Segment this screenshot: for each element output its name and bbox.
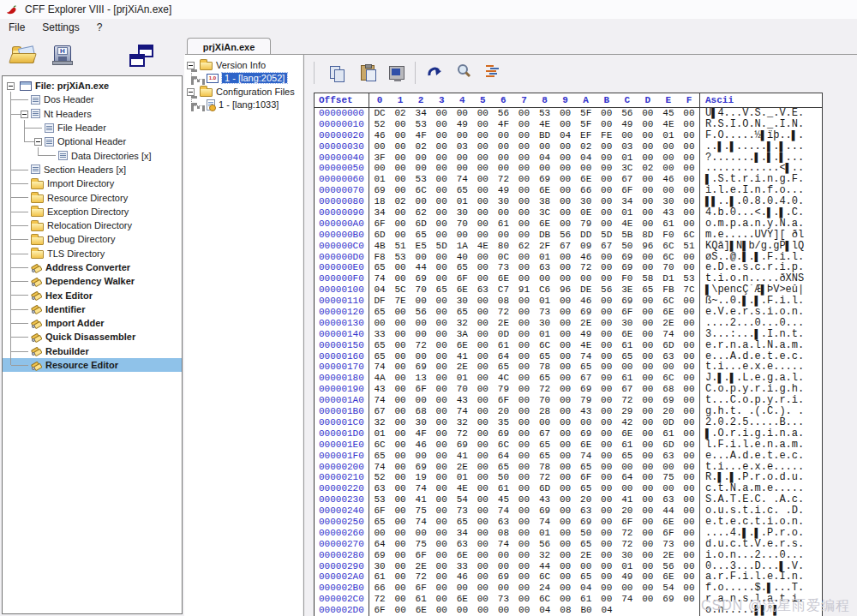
hex-byte[interactable]: 00 <box>596 329 617 340</box>
hex-byte[interactable]: 63 <box>452 539 472 550</box>
hex-ascii[interactable]: i.o.n...2...0... <box>700 550 822 561</box>
hex-byte[interactable]: 00 <box>638 462 658 473</box>
hex-byte[interactable]: 00 <box>390 318 411 329</box>
hex-byte[interactable]: 00 <box>555 539 576 550</box>
hex-byte[interactable]: 74 <box>369 273 390 284</box>
hex-byte[interactable]: 00 <box>390 417 411 428</box>
hex-byte[interactable]: 46 <box>576 296 596 307</box>
hex-byte[interactable]: 00 <box>638 505 658 517</box>
hex-byte[interactable]: 03 <box>452 141 472 153</box>
hex-byte[interactable]: 79 <box>576 395 596 406</box>
hex-byte[interactable]: 00 <box>638 351 658 362</box>
hex-byte[interactable]: 01 <box>535 296 555 307</box>
hex-byte[interactable]: 00 <box>472 395 493 406</box>
hex-byte[interactable]: 00 <box>679 494 699 505</box>
hex-byte[interactable]: 74 <box>576 451 596 462</box>
hex-byte[interactable]: FB <box>658 284 679 296</box>
hex-byte[interactable]: 00 <box>431 494 452 505</box>
hex-byte[interactable]: 00 <box>555 494 576 505</box>
hex-byte[interactable]: 51 <box>390 241 411 252</box>
hex-byte[interactable]: 01 <box>535 252 555 263</box>
hex-byte[interactable]: 00 <box>638 528 658 539</box>
hex-byte[interactable]: 5D <box>596 230 617 241</box>
hex-byte[interactable]: 00 <box>596 395 617 406</box>
hex-byte[interactable]: 91 <box>513 284 534 296</box>
hex-byte[interactable]: 00 <box>679 318 699 329</box>
hex-byte[interactable]: 96 <box>638 241 658 252</box>
hex-byte[interactable]: 01 <box>452 373 472 384</box>
hex-byte[interactable]: 00 <box>390 550 411 561</box>
hex-byte[interactable]: 74 <box>369 395 390 406</box>
hex-byte[interactable]: 54 <box>658 583 679 594</box>
hex-byte[interactable]: 6E <box>658 307 679 318</box>
hex-byte[interactable]: 00 <box>472 483 493 494</box>
hex-byte[interactable]: 00 <box>431 273 452 284</box>
hex-byte[interactable]: 62 <box>513 241 534 252</box>
hex-byte[interactable]: 00 <box>596 494 617 505</box>
hex-byte[interactable]: 69 <box>576 384 596 395</box>
hex-byte[interactable]: 00 <box>472 550 493 561</box>
hex-byte[interactable]: 00 <box>472 528 493 539</box>
hex-byte[interactable]: 00 <box>472 406 493 417</box>
sidebar-item-tls-directory[interactable]: TLS Directory <box>3 247 182 260</box>
hex-byte[interactable]: 04 <box>555 130 576 141</box>
hex-byte[interactable]: 00 <box>638 329 658 340</box>
hex-byte[interactable]: 6E <box>493 273 513 284</box>
hex-byte[interactable]: 00 <box>472 494 493 505</box>
hex-byte[interactable]: 30 <box>493 196 513 207</box>
sidebar-item-resource-editor[interactable]: Resource Editor <box>3 358 182 372</box>
sidebar-item-dos-header[interactable]: Dos Header <box>3 93 182 106</box>
hex-byte[interactable]: 70 <box>452 384 472 395</box>
hex-byte[interactable]: 00 <box>390 185 411 196</box>
hex-byte[interactable]: 00 <box>513 296 534 307</box>
hex-byte[interactable]: 43 <box>658 207 679 218</box>
document-tab[interactable]: prjXiAn.exe <box>187 38 271 55</box>
hex-byte[interactable]: 00 <box>638 483 658 494</box>
hex-byte[interactable]: 34 <box>452 528 472 539</box>
hex-byte[interactable]: 4B <box>369 241 390 252</box>
hex-byte[interactable]: 65 <box>452 262 472 273</box>
hex-byte[interactable]: 63 <box>493 517 513 528</box>
hex-byte[interactable]: 00 <box>555 472 576 483</box>
hex-byte[interactable]: F0 <box>658 230 679 241</box>
hex-byte[interactable]: 00 <box>555 505 576 517</box>
hex-byte[interactable]: 00 <box>679 141 699 153</box>
hex-byte[interactable]: 5C <box>390 284 411 296</box>
hex-byte[interactable]: 00 <box>638 362 658 373</box>
hex-byte[interactable]: 00 <box>596 539 617 550</box>
hex-byte[interactable]: 00 <box>555 528 576 539</box>
hex-byte[interactable]: 00 <box>369 318 390 329</box>
hex-byte[interactable]: 53 <box>535 108 555 119</box>
hex-byte[interactable]: 00 <box>513 119 534 130</box>
hex-byte[interactable]: 08 <box>555 605 576 616</box>
hex-byte[interactable]: 00 <box>513 517 534 528</box>
hex-byte[interactable]: 00 <box>658 153 679 164</box>
hex-byte[interactable]: 72 <box>411 340 431 351</box>
hex-byte[interactable]: 46 <box>369 130 390 141</box>
hex-byte[interactable]: 00 <box>596 153 617 164</box>
hex-byte[interactable]: 00 <box>535 273 555 284</box>
tree-expander-minus[interactable] <box>34 138 42 146</box>
hex-byte[interactable]: 69 <box>658 594 679 605</box>
hex-byte[interactable]: 69 <box>617 252 638 263</box>
hex-byte[interactable]: 00 <box>679 153 699 164</box>
hex-byte[interactable]: 00 <box>513 252 534 263</box>
hex-byte[interactable]: 00 <box>411 395 431 406</box>
hex-byte[interactable]: 00 <box>431 296 452 307</box>
hex-byte[interactable]: 00 <box>576 417 596 428</box>
hex-byte[interactable]: 00 <box>617 130 638 141</box>
hex-byte[interactable]: 38 <box>535 196 555 207</box>
hex-byte[interactable]: 00 <box>431 571 452 583</box>
hex-byte[interactable]: 00 <box>679 218 699 230</box>
hex-byte[interactable]: 00 <box>390 362 411 373</box>
hex-byte[interactable]: 00 <box>679 262 699 273</box>
hex-byte[interactable]: 00 <box>390 207 411 218</box>
hex-byte[interactable]: 00 <box>513 307 534 318</box>
hex-byte[interactable]: 00 <box>679 196 699 207</box>
hex-byte[interactable]: 00 <box>411 329 431 340</box>
hex-ascii[interactable]: C.o.p.y.r.i.g.h. <box>700 384 822 395</box>
hex-byte[interactable]: 41 <box>411 494 431 505</box>
hex-byte[interactable]: B0 <box>576 605 596 616</box>
hex-byte[interactable]: 00 <box>472 262 493 273</box>
hex-byte[interactable]: 4A <box>369 373 390 384</box>
